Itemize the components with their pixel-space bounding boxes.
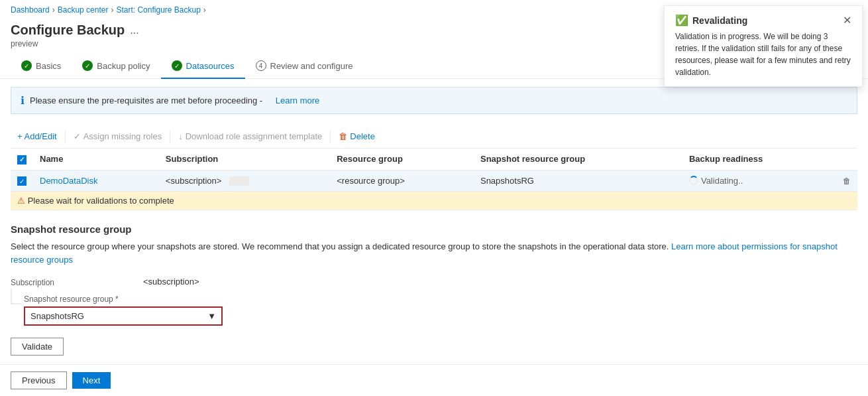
breadcrumb-backup-center[interactable]: Backup center	[58, 5, 109, 15]
row-snapshot-rg: SnapshotsRG	[474, 170, 682, 192]
snapshot-section: Snapshot resource group Select the resou…	[11, 224, 857, 356]
info-banner: ℹ Please ensure the pre-requisites are m…	[11, 87, 857, 114]
page-title: Configure Backup	[11, 23, 125, 38]
tab-basics-label: Basics	[36, 61, 61, 71]
assign-roles-button[interactable]: ✓ Assign missing roles	[67, 129, 169, 144]
validate-button[interactable]: Validate	[11, 338, 64, 356]
breadcrumb-sep-2: ›	[111, 5, 113, 15]
validation-status: Validating..	[689, 176, 830, 186]
row-name: DemoDataDisk	[33, 170, 159, 192]
learn-more-link[interactable]: Learn more	[276, 96, 319, 105]
tab-datasources-check-icon: ✓	[172, 60, 182, 71]
snapshot-rg-dropdown[interactable]: SnapshotsRG ▼	[24, 306, 223, 326]
snapshot-rg-label: Snapshot resource group *	[24, 291, 119, 304]
row-delete-icon[interactable]: 🗑	[843, 176, 851, 186]
toast-header: ✅ Revalidating ✕	[675, 14, 851, 27]
tab-review-label: Review and configure	[270, 61, 353, 71]
tab-datasources-label: Datasources	[186, 61, 235, 71]
validating-spinner	[689, 176, 698, 185]
row-checkbox-cell: ✓	[11, 170, 33, 192]
toast-body: Validation is in progress. We will be do…	[675, 31, 851, 78]
assign-roles-label: Assign missing roles	[83, 131, 162, 141]
warning-cell: ⚠ Please wait for validations to complet…	[11, 192, 857, 210]
breadcrumb-sep-3: ›	[203, 5, 206, 15]
tab-basics[interactable]: ✓ Basics	[11, 54, 72, 79]
select-all-header: ✓	[11, 149, 33, 170]
snapshot-section-title: Snapshot resource group	[11, 224, 857, 235]
info-icon: ℹ	[21, 94, 25, 107]
snapshot-section-desc: Select the resource group where your sna…	[11, 240, 857, 266]
validate-label: Validate	[22, 342, 52, 352]
snapshot-rg-value: SnapshotsRG	[30, 311, 84, 321]
subscription-value: <subscription>	[143, 274, 199, 287]
info-text: Please ensure the pre-requisites are met…	[30, 96, 262, 105]
next-button[interactable]: Next	[72, 372, 111, 389]
subscription-badge	[229, 176, 249, 186]
toast-title: ✅ Revalidating	[675, 14, 747, 27]
subscription-label: Subscription	[11, 274, 143, 287]
download-template-label: Download role assignment template	[186, 131, 323, 141]
toast-title-text: Revalidating	[692, 15, 747, 26]
footer: Previous Next	[0, 364, 868, 396]
delete-label: Delete	[350, 131, 375, 141]
validating-text: Validating..	[701, 176, 743, 186]
download-template-button[interactable]: ↓ Download role assignment template	[172, 129, 329, 144]
row-checkbox[interactable]: ✓	[17, 176, 27, 186]
breadcrumb-dashboard[interactable]: Dashboard	[11, 5, 50, 15]
breadcrumb-sep-1: ›	[52, 5, 55, 15]
row-subscription: <subscription>	[159, 170, 330, 192]
more-options-icon[interactable]: ...	[130, 25, 138, 36]
col-backup-readiness: Backup readiness	[682, 149, 836, 170]
subscription-form-group: Subscription <subscription>	[11, 274, 857, 287]
row-resource-group: <resource group>	[330, 170, 474, 192]
toolbar-sep-1	[65, 130, 66, 143]
snapshot-rg-dropdown-wrapper: SnapshotsRG ▼	[24, 306, 857, 326]
warning-text: Please wait for validations to complete	[28, 196, 174, 206]
tab-datasources[interactable]: ✓ Datasources	[161, 54, 245, 79]
toast-check-icon: ✅	[675, 14, 688, 27]
warning-icon: ⚠	[17, 196, 25, 206]
tab-basics-check-icon: ✓	[21, 60, 32, 71]
toolbar: + Add/Edit ✓ Assign missing roles ↓ Down…	[11, 125, 857, 149]
datasources-table: ✓ Name Subscription Resource group Snaps…	[11, 149, 857, 210]
tab-policy-check-icon: ✓	[82, 60, 93, 71]
tab-review[interactable]: 4 Review and configure	[245, 54, 364, 79]
table-row: ✓ DemoDataDisk <subscription> <resource …	[11, 170, 857, 192]
toolbar-sep-3	[330, 130, 331, 143]
main-content: ℹ Please ensure the pre-requisites are m…	[0, 79, 868, 363]
col-snapshot-rg: Snapshot resource group	[474, 149, 682, 170]
add-edit-label: + Add/Edit	[17, 131, 57, 141]
page-subtitle: preview	[11, 39, 139, 48]
indent-line	[11, 289, 21, 304]
page-wrapper: Dashboard › Backup center › Start: Confi…	[0, 0, 868, 396]
breadcrumb-configure-backup[interactable]: Start: Configure Backup	[116, 5, 200, 15]
snapshot-desc-text: Select the resource group where your sna…	[11, 241, 669, 251]
snapshot-rg-group: Snapshot resource group * SnapshotsRG ▼	[24, 294, 857, 326]
checkbox-check-icon: ✓	[19, 178, 25, 185]
toolbar-sep-2	[170, 130, 170, 143]
tab-review-num: 4	[256, 60, 266, 71]
tab-policy-label: Backup policy	[97, 61, 150, 71]
col-actions	[836, 149, 857, 170]
toast-close-button[interactable]: ✕	[843, 14, 851, 27]
delete-icon: 🗑	[339, 131, 347, 141]
datasource-name-link[interactable]: DemoDataDisk	[40, 176, 97, 186]
dropdown-arrow-icon: ▼	[207, 311, 216, 321]
warning-row: ⚠ Please wait for validations to complet…	[11, 192, 857, 210]
col-resource-group: Resource group	[330, 149, 474, 170]
row-backup-readiness: Validating..	[682, 170, 836, 192]
col-name: Name	[33, 149, 159, 170]
add-edit-button[interactable]: + Add/Edit	[11, 129, 64, 144]
row-delete-cell: 🗑	[836, 170, 857, 192]
delete-button[interactable]: 🗑 Delete	[332, 129, 382, 144]
download-icon: ↓	[178, 131, 183, 141]
assign-check-icon: ✓	[74, 131, 81, 141]
select-all-checkbox[interactable]: ✓	[17, 155, 27, 165]
toast-notification: ✅ Revalidating ✕ Validation is in progre…	[664, 5, 863, 87]
tab-backup-policy[interactable]: ✓ Backup policy	[72, 54, 160, 79]
col-subscription: Subscription	[159, 149, 330, 170]
previous-button[interactable]: Previous	[11, 371, 67, 389]
